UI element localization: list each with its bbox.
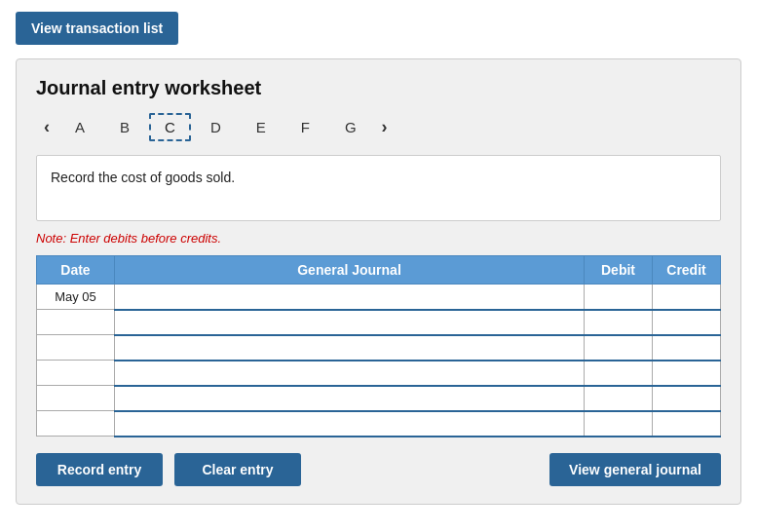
- tab-g[interactable]: G: [329, 113, 372, 141]
- debit-input-6[interactable]: [585, 412, 652, 436]
- credit-input-2[interactable]: [653, 311, 720, 334]
- credit-input-3[interactable]: [653, 336, 720, 360]
- instruction-text: Record the cost of goods sold.: [51, 170, 235, 185]
- table-row: [37, 335, 721, 361]
- tab-navigation: ‹ A B C D E F G ›: [36, 113, 721, 141]
- record-entry-button[interactable]: Record entry: [36, 453, 163, 486]
- date-cell-1: May 05: [37, 285, 115, 310]
- credit-cell-6[interactable]: [653, 411, 721, 437]
- date-cell-6: [37, 411, 115, 437]
- action-buttons: Record entry Clear entry View general jo…: [36, 453, 721, 486]
- debit-cell-5[interactable]: [585, 386, 653, 411]
- credit-input-5[interactable]: [653, 387, 720, 410]
- table-row: [37, 310, 721, 335]
- prev-tab-button[interactable]: ‹: [36, 113, 57, 141]
- table-row: [37, 411, 721, 437]
- tab-a[interactable]: A: [59, 113, 100, 141]
- table-row: [37, 386, 721, 411]
- credit-cell-5[interactable]: [653, 386, 721, 411]
- journal-cell-2[interactable]: [115, 310, 585, 335]
- debit-input-4[interactable]: [585, 361, 652, 385]
- journal-cell-3[interactable]: [115, 335, 585, 361]
- journal-cell-6[interactable]: [115, 411, 585, 437]
- journal-input-2[interactable]: [115, 311, 584, 334]
- credit-input-6[interactable]: [653, 412, 720, 436]
- table-row: [37, 361, 721, 386]
- worksheet-title: Journal entry worksheet: [36, 77, 721, 99]
- debit-cell-6[interactable]: [585, 411, 653, 437]
- journal-cell-1[interactable]: [115, 285, 585, 310]
- credit-cell-1[interactable]: [653, 285, 721, 310]
- debit-input-3[interactable]: [585, 336, 652, 360]
- journal-input-4[interactable]: [115, 361, 584, 385]
- journal-cell-5[interactable]: [115, 386, 585, 411]
- tab-f[interactable]: F: [285, 113, 325, 141]
- instruction-box: Record the cost of goods sold.: [36, 155, 721, 221]
- journal-input-5[interactable]: [115, 387, 584, 410]
- col-header-journal: General Journal: [115, 256, 585, 285]
- debit-input-5[interactable]: [585, 387, 652, 410]
- credit-cell-2[interactable]: [653, 310, 721, 335]
- note-text: Note: Enter debits before credits.: [36, 231, 721, 246]
- tab-d[interactable]: D: [195, 113, 237, 141]
- tab-e[interactable]: E: [241, 113, 282, 141]
- tab-b[interactable]: B: [104, 113, 145, 141]
- credit-cell-3[interactable]: [653, 335, 721, 361]
- col-header-debit: Debit: [585, 256, 653, 285]
- view-transaction-button[interactable]: View transaction list: [16, 12, 178, 45]
- view-general-journal-button[interactable]: View general journal: [549, 453, 721, 486]
- clear-entry-button[interactable]: Clear entry: [174, 453, 301, 486]
- top-bar: View transaction list: [16, 12, 741, 45]
- date-cell-2: [37, 310, 115, 335]
- journal-input-3[interactable]: [115, 336, 584, 360]
- col-header-credit: Credit: [653, 256, 721, 285]
- col-header-date: Date: [37, 256, 115, 285]
- tab-c[interactable]: C: [149, 113, 191, 141]
- debit-input-1[interactable]: [585, 285, 652, 309]
- debit-cell-2[interactable]: [585, 310, 653, 335]
- next-tab-button[interactable]: ›: [374, 113, 396, 141]
- date-cell-3: [37, 335, 115, 361]
- credit-input-4[interactable]: [653, 361, 720, 385]
- journal-table: Date General Journal Debit Credit May 05: [36, 255, 721, 437]
- credit-cell-4[interactable]: [653, 361, 721, 386]
- debit-input-2[interactable]: [585, 311, 652, 334]
- debit-cell-3[interactable]: [585, 335, 653, 361]
- date-cell-4: [37, 361, 115, 386]
- debit-cell-1[interactable]: [585, 285, 653, 310]
- credit-input-1[interactable]: [653, 285, 720, 309]
- worksheet-container: Journal entry worksheet ‹ A B C D E F G …: [16, 58, 741, 505]
- date-cell-5: [37, 386, 115, 411]
- journal-input-1[interactable]: [115, 285, 584, 309]
- debit-cell-4[interactable]: [585, 361, 653, 386]
- journal-cell-4[interactable]: [115, 361, 585, 386]
- journal-input-6[interactable]: [115, 412, 584, 436]
- table-row: May 05: [37, 285, 721, 310]
